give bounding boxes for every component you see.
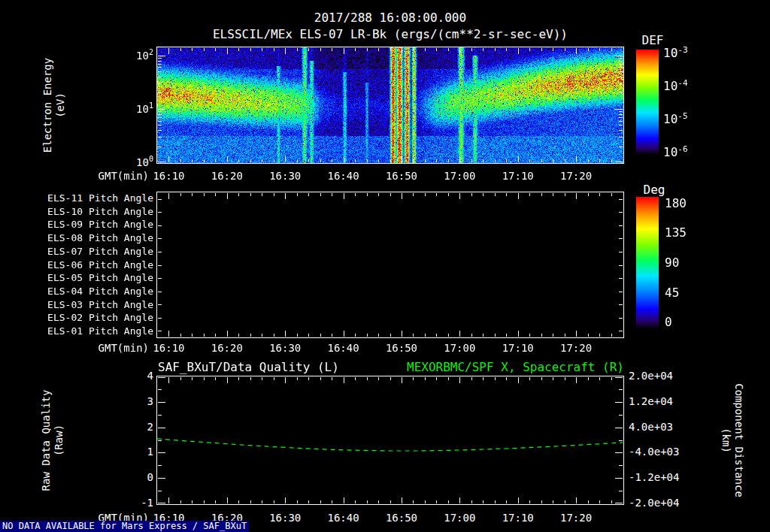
distance-tick-label: 2.0e+04 (629, 370, 700, 382)
axis-tick (448, 48, 449, 51)
axis-tick (192, 500, 192, 503)
axis-tick (158, 452, 165, 453)
deg-colorbar-tick-label: 45 (665, 286, 710, 300)
x-tick-label: 17:10 (492, 342, 544, 354)
axis-tick (483, 159, 484, 162)
axis-tick (483, 193, 484, 196)
pitch-angle-panel (156, 192, 624, 338)
axis-tick (180, 377, 181, 380)
axis-tick (541, 159, 542, 162)
axis-tick (413, 159, 414, 162)
axis-tick (529, 48, 530, 51)
pitch-row-label: ELS-04 Pitch Angle (0, 286, 153, 297)
axis-tick (402, 331, 402, 337)
axis-tick (168, 193, 169, 199)
pitch-row-label: ELS-10 Pitch Angle (0, 206, 153, 217)
axis-tick (576, 497, 577, 503)
axis-tick (413, 193, 414, 196)
axis-tick (459, 497, 460, 503)
axis-tick (378, 334, 379, 337)
axis-tick (459, 193, 460, 199)
axis-tick (158, 491, 162, 491)
axis-tick (344, 377, 344, 383)
axis-tick (158, 111, 162, 112)
axis-tick (436, 500, 437, 503)
axis-tick (297, 334, 298, 337)
axis-tick (619, 304, 623, 305)
axis-tick (425, 159, 426, 162)
quality-panel-right-title: MEXORBMC/SPF X, Spacecraft (R) (156, 360, 624, 374)
axis-tick (615, 377, 623, 378)
axis-tick (611, 500, 612, 503)
axis-tick (367, 500, 368, 503)
axis-tick (297, 159, 298, 162)
axis-tick (576, 156, 577, 162)
axis-tick (204, 193, 205, 196)
axis-tick (355, 334, 356, 337)
axis-tick (274, 334, 274, 337)
axis-tick (168, 48, 169, 54)
pitch-row-label: ELS-01 Pitch Angle (0, 325, 153, 337)
axis-tick (274, 193, 274, 196)
axis-tick (599, 377, 600, 380)
axis-tick (238, 334, 239, 337)
axis-tick (320, 159, 321, 162)
axis-tick (619, 389, 623, 390)
axis-tick (390, 159, 391, 162)
quality-tick-label: 0 (113, 471, 153, 483)
axis-tick (619, 238, 623, 239)
axis-tick (565, 377, 565, 380)
axis-tick (332, 377, 332, 380)
axis-tick (506, 48, 507, 51)
axis-tick (285, 48, 286, 54)
axis-tick (215, 159, 216, 162)
axis-tick (308, 334, 309, 337)
axis-tick (192, 334, 192, 337)
axis-tick (553, 377, 553, 380)
axis-tick (158, 137, 162, 138)
axis-tick (390, 193, 391, 196)
axis-tick (158, 265, 162, 266)
axis-tick (227, 377, 228, 383)
axis-tick (619, 331, 623, 331)
axis-tick (506, 500, 507, 503)
axis-tick (227, 193, 228, 199)
axis-tick (308, 159, 309, 162)
axis-tick (168, 497, 169, 503)
x-tick-label: 17:20 (550, 512, 602, 524)
axis-tick (378, 48, 379, 51)
axis-tick (238, 500, 239, 503)
axis-tick (158, 61, 162, 62)
axis-tick (158, 252, 162, 252)
axis-tick (471, 377, 472, 380)
axis-tick (553, 48, 553, 51)
page-title: 2017/288 16:08:00.000 (156, 11, 624, 25)
axis-tick (619, 64, 623, 65)
axis-tick (436, 48, 437, 51)
axis-tick (250, 48, 251, 51)
axis-tick (495, 48, 496, 51)
x-tick-label: 16:20 (201, 342, 253, 354)
axis-tick (262, 159, 262, 162)
axis-tick (344, 193, 344, 199)
spectrogram-x-axis: GMT(min)16:1016:2016:3016:4016:5017:0017… (0, 170, 770, 182)
axis-tick (285, 193, 286, 199)
pitch-row-label: ELS-08 Pitch Angle (0, 232, 153, 243)
axis-tick (204, 48, 205, 51)
axis-tick (425, 193, 426, 196)
axis-tick (599, 500, 600, 503)
axis-tick (619, 83, 623, 84)
axis-tick (576, 48, 577, 54)
axis-tick (285, 497, 286, 503)
x-tick-label: 16:30 (259, 342, 311, 354)
axis-tick (320, 48, 321, 51)
axis-tick (192, 159, 192, 162)
axis-tick (332, 193, 332, 196)
axis-tick (576, 377, 577, 383)
quality-tick-label: 1 (113, 446, 153, 458)
axis-tick (436, 159, 437, 162)
axis-tick (308, 48, 309, 51)
axis-tick (262, 48, 262, 51)
axis-tick (238, 48, 239, 51)
pitch-row-label: ELS-05 Pitch Angle (0, 272, 153, 283)
